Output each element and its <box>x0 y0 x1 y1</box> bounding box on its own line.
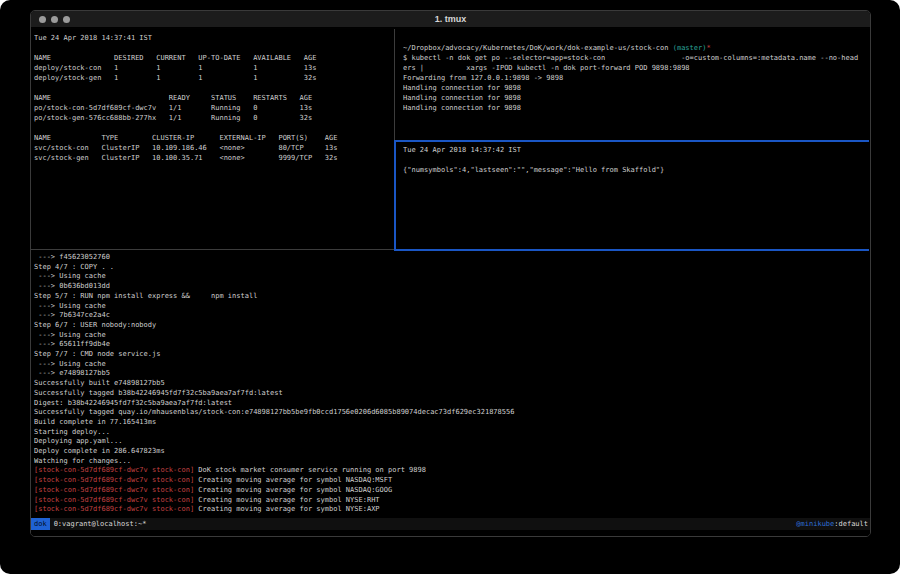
pane-divider-horizontal-gray <box>31 249 394 250</box>
terminal-line: ---> Using cache <box>34 331 869 341</box>
terminal-line: [stock-con-5d7df689cf-dwc7v stock-con] D… <box>34 466 869 476</box>
terminal-line: [stock-con-5d7df689cf-dwc7v stock-con] C… <box>34 476 869 486</box>
pane-kubectl-watch[interactable]: Tue 24 Apr 2018 14:37:41 IST NAME DESIRE… <box>34 33 394 247</box>
terminal-line <box>34 43 394 53</box>
tmux-window-label[interactable]: 0:vagrant@localhost:~* <box>50 518 147 530</box>
terminal-line: Successfully tagged b38b42246945fd7f32c5… <box>34 389 869 399</box>
terminal-line: Forwarding from 127.0.0.1:9898 -> 9898 <box>403 73 869 83</box>
terminal-line: NAME DESIRED CURRENT UP-TO-DATE AVAILABL… <box>34 53 394 63</box>
active-pane-border-top <box>394 140 869 142</box>
terminal-line: Successfully tagged quay.io/mhausenblas/… <box>34 408 869 418</box>
terminal-line: Tue 24 Apr 2018 14:37:42 IST <box>403 145 869 155</box>
terminal-line <box>34 123 394 133</box>
terminal-line: Tue 24 Apr 2018 14:37:41 IST <box>34 33 394 43</box>
terminal-line: ---> f45623052760 <box>34 253 869 263</box>
terminal-line: svc/stock-con ClusterIP 10.109.186.46 <n… <box>34 143 394 153</box>
terminal-line: Handling connection for 9898 <box>403 103 869 113</box>
terminal-line: $ kubectl -n dok get po --selector=app=s… <box>403 53 869 63</box>
active-pane-border-bottom <box>394 249 869 251</box>
terminal-line: ~/Dropbox/advocacy/Kubernetes/DoK/work/d… <box>403 43 869 53</box>
terminal-line: Handling connection for 9898 <box>403 83 869 93</box>
terminal-line: NAME TYPE CLUSTER-IP EXTERNAL-IP PORT(S)… <box>34 133 394 143</box>
terminal-line: ---> e74898127bb5 <box>34 369 869 379</box>
tmux-status-right: @minikube:default <box>796 518 870 530</box>
desktop-background: 1. tmux Tue 24 Apr 2018 14:37:41 IST NAM… <box>0 0 900 574</box>
terminal-line: ---> Using cache <box>34 302 869 312</box>
terminal-line: Deploying app.yaml... <box>34 437 869 447</box>
terminal-line: ---> Using cache <box>34 272 869 282</box>
terminal-line: [stock-con-5d7df689cf-dwc7v stock-con] C… <box>34 505 869 515</box>
terminal-line: svc/stock-gen ClusterIP 10.100.35.71 <no… <box>34 153 394 163</box>
terminal-line: Step 5/7 : RUN npm install express && np… <box>34 292 869 302</box>
pane-curl-output[interactable]: Tue 24 Apr 2018 14:37:42 IST {"numsymbol… <box>403 145 869 247</box>
terminal-line: Step 4/7 : COPY . . <box>34 263 869 273</box>
terminal-line: Starting deploy... <box>34 428 869 438</box>
active-pane-border-left <box>394 140 396 251</box>
terminal-line: [stock-con-5d7df689cf-dwc7v stock-con] C… <box>34 486 869 496</box>
kube-context-label: @minikube <box>796 520 834 528</box>
terminal-line: Build complete in 77.165413ms <box>34 418 869 428</box>
terminal-line: Digest: b38b42246945fd7f32c5ba9aea7af7fd… <box>34 399 869 409</box>
terminal-line: deploy/stock-gen 1 1 1 1 32s <box>34 73 394 83</box>
terminal-line: ers | xargs -IPOD kubectl -n dok port-fo… <box>403 63 869 73</box>
terminal-line <box>34 83 394 93</box>
terminal-line: ---> 65611ff9db4e <box>34 340 869 350</box>
kube-namespace-label: :default <box>834 520 868 528</box>
terminal-line: ---> 7b6347ce2a4c <box>34 311 869 321</box>
terminal-window: 1. tmux Tue 24 Apr 2018 14:37:41 IST NAM… <box>30 10 871 537</box>
terminal-line: {"numsymbols":4,"lastseen":"","message":… <box>403 165 869 175</box>
pane-skaffold-build-log[interactable]: ---> f45623052760Step 4/7 : COPY . . ---… <box>34 253 869 517</box>
terminal-line: Deploy complete in 286.647823ms <box>34 447 869 457</box>
window-title: 1. tmux <box>31 14 870 24</box>
terminal-line: Watching for changes... <box>34 457 869 467</box>
terminal-line: Handling connection for 9898 <box>403 93 869 103</box>
terminal-line: ---> Using cache <box>34 360 869 370</box>
terminal-line: po/stock-gen-576cc688bb-277hx 1/1 Runnin… <box>34 113 394 123</box>
pane-port-forward[interactable]: ~/Dropbox/advocacy/Kubernetes/DoK/work/d… <box>403 33 869 139</box>
window-titlebar: 1. tmux <box>31 11 870 28</box>
terminal-line <box>403 155 869 165</box>
terminal-line: deploy/stock-con 1 1 1 1 13s <box>34 63 394 73</box>
pane-divider-vertical-gray <box>394 29 395 140</box>
terminal-line: ---> 0b636bd013dd <box>34 282 869 292</box>
tmux-terminal: Tue 24 Apr 2018 14:37:41 IST NAME DESIRE… <box>31 29 870 536</box>
terminal-line: Step 7/7 : CMD node service.js <box>34 350 869 360</box>
terminal-line: [stock-con-5d7df689cf-dwc7v stock-con] C… <box>34 496 869 506</box>
terminal-line <box>403 33 869 43</box>
tmux-status-bar: dok 0:vagrant@localhost:~* @minikube:def… <box>31 518 870 530</box>
terminal-line: NAME READY STATUS RESTARTS AGE <box>34 93 394 103</box>
terminal-line: Step 6/7 : USER nobody:nobody <box>34 321 869 331</box>
terminal-line: Successfully built e74898127bb5 <box>34 379 869 389</box>
terminal-line: po/stock-con-5d7df689cf-dwc7v 1/1 Runnin… <box>34 103 394 113</box>
tmux-session-badge[interactable]: dok <box>31 518 50 530</box>
